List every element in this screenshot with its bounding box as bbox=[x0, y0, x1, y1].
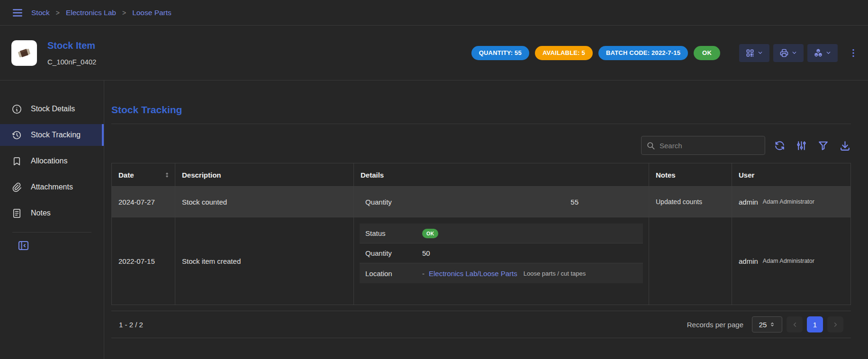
chevron-right-icon bbox=[832, 321, 839, 328]
sidebar-item-label: Stock Tracking bbox=[31, 131, 81, 139]
user-fullname: Adam Administrator bbox=[763, 198, 814, 205]
stock-actions-button[interactable] bbox=[807, 44, 838, 62]
printer-icon bbox=[779, 48, 789, 58]
sort-icon[interactable] bbox=[164, 172, 170, 178]
sidebar-item-attachments[interactable]: Attachments bbox=[0, 176, 104, 198]
info-circle-icon bbox=[11, 104, 22, 115]
breadcrumb-electronics-lab[interactable]: Electronics Lab bbox=[66, 9, 116, 17]
date-cell: 2022-07-15 bbox=[112, 217, 175, 305]
topbar: Stock > Electronics Lab > Loose Parts bbox=[0, 0, 868, 26]
username: admin bbox=[739, 257, 758, 265]
details-cell: Status OK Quantity 50 Location - Electro… bbox=[353, 217, 649, 305]
table-tool-icons bbox=[774, 140, 851, 152]
sidebar: Stock Details Stock Tracking Allocations… bbox=[0, 81, 104, 359]
print-actions-button[interactable] bbox=[773, 44, 804, 62]
breadcrumb-separator: > bbox=[56, 9, 60, 17]
notes-cell: Updated counts bbox=[649, 187, 732, 217]
breadcrumb-loose-parts[interactable]: Loose Parts bbox=[132, 9, 172, 17]
quantity-badge: QUANTITY: 55 bbox=[471, 46, 529, 60]
table-toolbar bbox=[111, 136, 851, 155]
part-name: C_100nF_0402 bbox=[47, 58, 96, 66]
batch-code-badge: BATCH CODE: 2022-7-15 bbox=[598, 46, 688, 60]
location-description: Loose parts / cut tapes bbox=[524, 270, 586, 277]
sidebar-item-stock-tracking[interactable]: Stock Tracking bbox=[0, 124, 104, 146]
packages-icon bbox=[814, 48, 823, 58]
section-divider bbox=[111, 124, 851, 124]
chevron-down-icon bbox=[825, 50, 832, 56]
user-cell: admin Adam Administrator bbox=[732, 187, 850, 217]
page-size-select[interactable]: 25 bbox=[752, 316, 782, 332]
status-ok-badge: OK bbox=[694, 46, 720, 60]
part-thumbnail[interactable] bbox=[11, 40, 37, 66]
detail-row-quantity: Quantity 50 bbox=[360, 243, 643, 263]
download-icon[interactable] bbox=[839, 140, 851, 152]
sidebar-divider bbox=[12, 232, 91, 233]
column-header-date[interactable]: Date bbox=[112, 163, 175, 186]
header-actions bbox=[739, 44, 859, 62]
breadcrumb-separator: > bbox=[122, 9, 126, 17]
sidebar-item-label: Stock Details bbox=[31, 105, 75, 113]
barcode-actions-button[interactable] bbox=[739, 44, 769, 62]
refresh-icon[interactable] bbox=[774, 140, 786, 152]
sidebar-item-label: Notes bbox=[31, 209, 51, 217]
hamburger-menu-icon[interactable] bbox=[11, 7, 24, 19]
table-row[interactable]: 2022-07-15 Stock item created Status OK … bbox=[112, 217, 850, 305]
page-header: Stock Item C_100nF_0402 QUANTITY: 55 AVA… bbox=[0, 26, 868, 81]
stock-tracking-table: Date Description Details Notes User 2024… bbox=[111, 163, 851, 305]
sidebar-item-allocations[interactable]: Allocations bbox=[0, 150, 104, 172]
chevron-down-icon bbox=[757, 50, 763, 56]
search-icon bbox=[646, 141, 655, 150]
column-header-notes: Notes bbox=[649, 163, 732, 186]
main-panel: Stock Tracking bbox=[104, 81, 868, 359]
page-1-button[interactable]: 1 bbox=[807, 316, 823, 332]
detail-row-status: Status OK bbox=[360, 224, 643, 243]
page-title: Stock Item bbox=[47, 40, 96, 51]
adjustments-icon[interactable] bbox=[796, 140, 807, 152]
pagination: Records per page 25 1 bbox=[687, 316, 843, 332]
location-dash: - bbox=[422, 269, 425, 278]
chevron-down-icon bbox=[791, 50, 797, 56]
record-range: 1 - 2 / 2 bbox=[119, 321, 143, 329]
sidebar-collapse-icon[interactable] bbox=[17, 239, 104, 252]
column-header-description[interactable]: Description bbox=[175, 163, 353, 186]
description-cell: Stock item created bbox=[175, 217, 353, 305]
table-row[interactable]: 2024-07-27 Stock counted Quantity 55 Upd… bbox=[112, 186, 850, 217]
table-header-row: Date Description Details Notes User bbox=[112, 163, 850, 186]
chevron-left-icon bbox=[791, 321, 798, 328]
select-chevrons-icon bbox=[769, 321, 775, 328]
details-cell: Quantity 55 bbox=[353, 187, 649, 217]
kebab-menu-icon[interactable] bbox=[848, 48, 859, 58]
previous-page-button[interactable] bbox=[787, 316, 803, 332]
location-link[interactable]: Electronics Lab/Loose Parts bbox=[429, 269, 517, 278]
column-header-user: User bbox=[732, 163, 850, 186]
title-block: Stock Item C_100nF_0402 bbox=[47, 40, 96, 66]
breadcrumb-stock[interactable]: Stock bbox=[31, 9, 50, 17]
sidebar-item-notes[interactable]: Notes bbox=[0, 202, 104, 224]
capacitor-image bbox=[15, 44, 34, 63]
search-input[interactable] bbox=[642, 136, 765, 154]
breadcrumb: Stock > Electronics Lab > Loose Parts bbox=[31, 9, 172, 17]
history-icon bbox=[11, 130, 22, 141]
available-badge: AVAILABLE: 5 bbox=[535, 46, 593, 60]
details-subtable: Status OK Quantity 50 Location - Electro… bbox=[360, 224, 643, 283]
description-cell: Stock counted bbox=[175, 187, 353, 217]
section-title: Stock Tracking bbox=[111, 104, 851, 116]
sidebar-item-stock-details[interactable]: Stock Details bbox=[0, 98, 104, 120]
ok-status-badge: OK bbox=[422, 229, 438, 238]
records-per-page-label: Records per page bbox=[687, 321, 743, 329]
status-badges: QUANTITY: 55 AVAILABLE: 5 BATCH CODE: 20… bbox=[471, 46, 720, 60]
detail-row-quantity: Quantity 55 bbox=[360, 190, 643, 214]
date-cell: 2024-07-27 bbox=[112, 187, 175, 217]
notes-cell bbox=[649, 217, 732, 305]
sidebar-item-label: Attachments bbox=[31, 183, 73, 191]
username: admin bbox=[739, 198, 758, 206]
detail-row-location: Location - Electronics Lab/Loose Parts L… bbox=[360, 263, 643, 283]
filter-icon[interactable] bbox=[817, 140, 829, 152]
next-page-button[interactable] bbox=[827, 316, 843, 332]
detail-value: 50 bbox=[422, 249, 430, 257]
qr-code-icon bbox=[745, 48, 755, 58]
table-footer: 1 - 2 / 2 Records per page 25 1 bbox=[111, 311, 851, 338]
sidebar-item-label: Allocations bbox=[31, 157, 67, 165]
stock-item-page: Stock > Electronics Lab > Loose Parts St… bbox=[0, 0, 868, 359]
user-cell: admin Adam Administrator bbox=[732, 217, 850, 305]
